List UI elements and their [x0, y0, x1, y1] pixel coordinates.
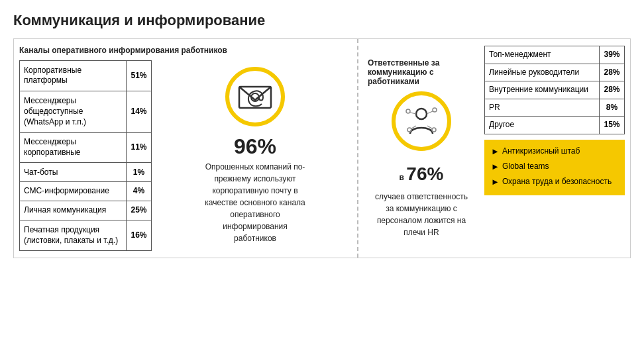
svg-point-3: [406, 109, 410, 113]
table-row: Корпоративные платформы51%: [20, 61, 152, 91]
bullet-arrow: ►: [491, 145, 500, 159]
row-value: 28%: [600, 81, 625, 99]
table-row: Мессенджеры корпоративные11%: [20, 132, 152, 163]
email-icon: [238, 83, 272, 111]
bullet-item: ►Антикризисный штаб: [491, 145, 618, 159]
row-label: Мессенджеры корпоративные: [20, 132, 127, 163]
email-stat-area: 96% Опрошенных компаний по-прежнему испо…: [158, 60, 352, 251]
table-row: Печатная продукция (листовки, плакаты и …: [20, 220, 152, 251]
svg-point-2: [416, 109, 427, 119]
bullet-text: Global teams: [502, 160, 549, 173]
person-stat: 76%: [406, 164, 443, 184]
row-value: 28%: [600, 64, 625, 81]
svg-line-8: [427, 111, 433, 114]
bullet-text: Охрана труда и безопасность: [502, 175, 612, 188]
person-stat-prefix: в: [400, 173, 404, 182]
main-container: Каналы оперативного информирования работ…: [13, 38, 631, 258]
row-value: 14%: [127, 91, 152, 132]
table-row: Другое15%: [485, 117, 625, 134]
row-label: Линейные руководители: [485, 64, 600, 81]
row-value: 1%: [127, 163, 152, 182]
table-row: Мессенджеры общедоступные (WhatsApp и т.…: [20, 91, 152, 132]
person-icon: [405, 105, 438, 138]
row-label: Чат-боты: [20, 163, 127, 182]
table-row: СМС-информирование4%: [20, 182, 152, 201]
table-row: Внутренние коммуникации28%: [485, 81, 625, 99]
row-label: СМС-информирование: [20, 182, 127, 201]
row-label: Личная коммуникация: [20, 201, 127, 220]
row-value: 8%: [600, 99, 625, 117]
svg-point-5: [407, 128, 411, 132]
row-label: PR: [485, 99, 600, 117]
table-row: PR8%: [485, 99, 625, 117]
table-row: Личная коммуникация25%: [20, 201, 152, 220]
svg-line-7: [410, 113, 416, 114]
right-data-column: Топ-менеджмент39%Линейные руководители28…: [484, 46, 625, 251]
person-stat-area: Ответственные за коммуникацию с работник…: [365, 46, 478, 251]
row-value: 51%: [127, 61, 152, 91]
email-stat: 96%: [234, 136, 276, 157]
responsible-table: Топ-менеджмент39%Линейные руководители28…: [484, 46, 625, 134]
row-value: 39%: [600, 46, 625, 64]
right-section-title: Ответственные за коммуникацию с работник…: [368, 58, 475, 86]
table-row: Топ-менеджмент39%: [485, 46, 625, 64]
person-icon-wrap: [392, 91, 451, 151]
email-icon-wrap: [225, 67, 285, 126]
channels-table: Корпоративные платформы51%Мессенджеры об…: [19, 60, 152, 251]
bullet-arrow: ►: [491, 160, 500, 174]
row-label: Внутренние коммуникации: [485, 81, 600, 99]
row-label: Топ-менеджмент: [485, 46, 600, 64]
email-desc: Опрошенных компаний по-прежнему использу…: [202, 161, 308, 244]
left-section-title: Каналы оперативного информирования работ…: [19, 46, 352, 55]
person-stat-line: в 76%: [400, 160, 444, 188]
bullet-item: ►Охрана труда и безопасность: [491, 175, 618, 189]
bullet-item: ►Global teams: [491, 160, 618, 174]
bullet-text: Антикризисный штаб: [502, 145, 580, 158]
table-row: Чат-боты1%: [20, 163, 152, 182]
yellow-bullets-box: ►Антикризисный штаб►Global teams►Охрана …: [484, 140, 625, 195]
row-value: 15%: [600, 117, 625, 134]
page-title: Коммуникация и информирование: [13, 12, 631, 29]
row-value: 16%: [127, 220, 152, 251]
bullet-arrow: ►: [491, 175, 500, 189]
right-section: Ответственные за коммуникацию с работник…: [358, 39, 630, 258]
person-desc: случаев ответственность за коммуникацию …: [372, 191, 471, 238]
svg-point-6: [432, 128, 436, 132]
row-label: Печатная продукция (листовки, плакаты и …: [20, 220, 127, 251]
row-label: Мессенджеры общедоступные (WhatsApp и т.…: [20, 91, 127, 132]
row-value: 11%: [127, 132, 152, 163]
left-section: Каналы оперативного информирования работ…: [14, 39, 358, 258]
row-label: Корпоративные платформы: [20, 61, 127, 91]
left-inner: Корпоративные платформы51%Мессенджеры об…: [19, 60, 352, 251]
table-row: Линейные руководители28%: [485, 64, 625, 81]
row-value: 4%: [127, 182, 152, 201]
row-value: 25%: [127, 201, 152, 220]
row-label: Другое: [485, 117, 600, 134]
svg-point-4: [433, 108, 437, 112]
